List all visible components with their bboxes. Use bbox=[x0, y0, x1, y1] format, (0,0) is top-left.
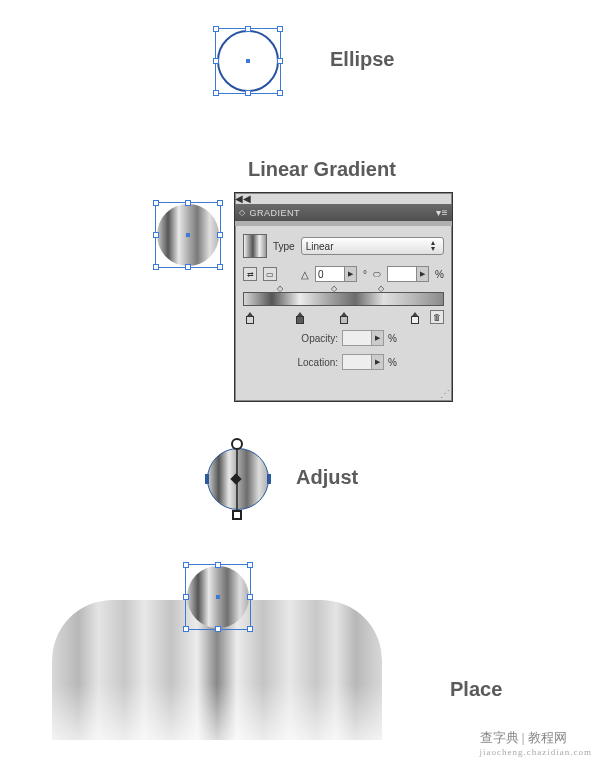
placed-ellipse-selection bbox=[185, 564, 251, 630]
step-label-place: Place bbox=[450, 678, 502, 701]
handle-middle-left[interactable] bbox=[213, 58, 219, 64]
handle-top-center[interactable] bbox=[215, 562, 221, 568]
angle-value: 0 bbox=[316, 267, 344, 281]
selection-bounding-box bbox=[185, 564, 251, 630]
step-label-linear-gradient: Linear Gradient bbox=[248, 158, 396, 181]
handle-bottom-left[interactable] bbox=[153, 264, 159, 270]
gradient-stop[interactable] bbox=[339, 312, 349, 324]
handle-middle-right[interactable] bbox=[247, 594, 253, 600]
selection-center bbox=[186, 233, 190, 237]
stepper-icon[interactable]: ▶ bbox=[371, 331, 383, 345]
aspect-field[interactable]: ▶ bbox=[387, 266, 429, 282]
panel-resize-grip-icon[interactable]: ⋰ bbox=[440, 388, 450, 399]
handle-top-center[interactable] bbox=[185, 200, 191, 206]
stepper-icon[interactable]: ▶ bbox=[371, 355, 383, 369]
handle-bottom-center[interactable] bbox=[185, 264, 191, 270]
stroke-gradient-button[interactable]: ▭ bbox=[263, 267, 277, 281]
gradient-ramp-bar[interactable] bbox=[243, 292, 444, 306]
gradient-panel-header[interactable]: ◇ Gradient ▾≡ bbox=[235, 204, 452, 221]
angle-icon: △ bbox=[301, 269, 309, 280]
selection-bounding-box bbox=[155, 202, 221, 268]
handle-bottom-center[interactable] bbox=[215, 626, 221, 632]
path-handle-left[interactable] bbox=[205, 474, 209, 484]
handle-bottom-left[interactable] bbox=[213, 90, 219, 96]
handle-top-left[interactable] bbox=[153, 200, 159, 206]
gradient-start-handle[interactable] bbox=[231, 438, 243, 450]
handle-top-center[interactable] bbox=[245, 26, 251, 32]
gradient-panel-title: Gradient bbox=[250, 208, 301, 218]
gradient-sample-selection bbox=[155, 202, 221, 268]
watermark-main: 查字典 | 教程网 bbox=[480, 730, 567, 745]
handle-top-right[interactable] bbox=[277, 26, 283, 32]
handle-middle-left[interactable] bbox=[183, 594, 189, 600]
selection-bounding-box bbox=[215, 28, 281, 94]
handle-bottom-left[interactable] bbox=[183, 626, 189, 632]
handle-middle-right[interactable] bbox=[217, 232, 223, 238]
adjust-gradient-annotator bbox=[207, 448, 269, 510]
location-field[interactable]: ▶ bbox=[342, 354, 384, 370]
panel-expand-icon[interactable]: ◇ bbox=[239, 208, 246, 217]
aspect-ratio-icon: ⬭ bbox=[373, 269, 381, 280]
panel-collapse-icon[interactable]: ◀◀ bbox=[235, 193, 251, 204]
handle-middle-left[interactable] bbox=[153, 232, 159, 238]
handle-bottom-right[interactable] bbox=[247, 626, 253, 632]
handle-top-right[interactable] bbox=[217, 200, 223, 206]
angle-field[interactable]: 0 ▶ bbox=[315, 266, 357, 282]
panel-menu-icon[interactable]: ▾≡ bbox=[436, 207, 448, 218]
delete-stop-button[interactable]: 🗑 bbox=[430, 310, 444, 324]
opacity-unit: % bbox=[388, 333, 397, 344]
watermark-sub: jiaocheng.chazidian.com bbox=[480, 747, 592, 757]
aspect-unit: % bbox=[435, 269, 444, 280]
step-label-ellipse: Ellipse bbox=[330, 48, 394, 71]
handle-bottom-right[interactable] bbox=[277, 90, 283, 96]
path-handle-right[interactable] bbox=[267, 474, 271, 484]
ellipse-selection bbox=[215, 28, 281, 94]
stepper-icon[interactable]: ▶ bbox=[416, 267, 428, 281]
select-arrows-icon: ▴▾ bbox=[427, 240, 439, 252]
midpoint-diamond-icon[interactable]: ◇ bbox=[277, 284, 283, 293]
opacity-label: Opacity: bbox=[290, 333, 338, 344]
handle-top-right[interactable] bbox=[247, 562, 253, 568]
location-unit: % bbox=[388, 357, 397, 368]
watermark: 查字典 | 教程网 jiaocheng.chazidian.com bbox=[480, 729, 592, 757]
type-label: Type bbox=[273, 241, 295, 252]
opacity-field[interactable]: ▶ bbox=[342, 330, 384, 346]
gradient-type-select[interactable]: Linear ▴▾ bbox=[301, 237, 444, 255]
midpoint-diamond-icon[interactable]: ◇ bbox=[378, 284, 384, 293]
location-label: Location: bbox=[290, 357, 338, 368]
aspect-value bbox=[388, 267, 416, 281]
gradient-panel: ◀◀ ◇ Gradient ▾≡ Type Linear ▴▾ ⇄ ▭ △ 0 … bbox=[234, 192, 453, 402]
handle-top-left[interactable] bbox=[183, 562, 189, 568]
gradient-type-value: Linear bbox=[306, 241, 334, 252]
angle-unit: ° bbox=[363, 269, 367, 280]
midpoint-diamond-icon[interactable]: ◇ bbox=[331, 284, 337, 293]
handle-bottom-center[interactable] bbox=[245, 90, 251, 96]
handle-bottom-right[interactable] bbox=[217, 264, 223, 270]
gradient-stop[interactable] bbox=[410, 312, 420, 324]
step-label-adjust: Adjust bbox=[296, 466, 358, 489]
gradient-end-handle[interactable] bbox=[232, 510, 242, 520]
selection-center bbox=[216, 595, 220, 599]
gradient-stop[interactable] bbox=[245, 312, 255, 324]
reverse-gradient-button[interactable]: ⇄ bbox=[243, 267, 257, 281]
handle-top-left[interactable] bbox=[213, 26, 219, 32]
selection-center bbox=[246, 59, 250, 63]
gradient-swatch[interactable] bbox=[243, 234, 267, 258]
gradient-ramp[interactable]: ◇ ◇ ◇ 🗑 bbox=[243, 292, 444, 322]
stepper-icon[interactable]: ▶ bbox=[344, 267, 356, 281]
handle-middle-right[interactable] bbox=[277, 58, 283, 64]
gradient-stop[interactable] bbox=[295, 312, 305, 324]
